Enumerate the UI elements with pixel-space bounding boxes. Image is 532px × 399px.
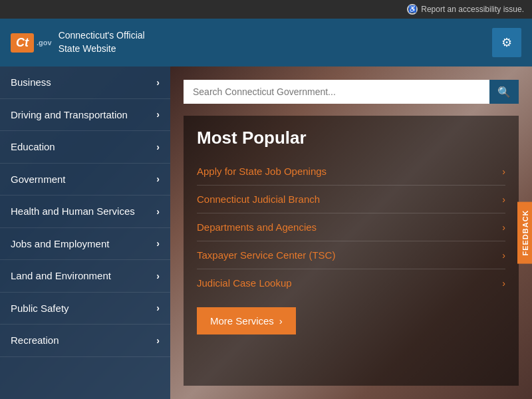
sidebar-item-public-safety[interactable]: Public Safety ›	[0, 293, 170, 325]
popular-item-state-jobs[interactable]: Apply for State Job Openings ›	[197, 158, 505, 186]
chevron-right-icon: ›	[502, 278, 505, 289]
chevron-right-icon: ›	[156, 303, 160, 313]
sidebar-item-jobs-employment[interactable]: Jobs and Employment ›	[0, 228, 170, 261]
header-title: Connecticut's Official State Website	[59, 29, 145, 55]
search-container: 🔍	[184, 80, 519, 104]
sidebar-item-label: Government	[11, 173, 156, 186]
chevron-right-icon: ›	[502, 194, 505, 205]
chevron-right-icon: ›	[502, 166, 505, 177]
popular-item-label: Connecticut Judicial Branch	[197, 194, 320, 205]
header: Ct.gov Connecticut's Official State Webs…	[0, 19, 532, 66]
chevron-right-icon: ›	[156, 271, 160, 281]
ct-dot-gov: .gov	[37, 39, 52, 47]
chevron-right-icon: ›	[156, 335, 160, 346]
sidebar-item-education[interactable]: Education ›	[0, 131, 170, 164]
sidebar-item-label: Land and Environment	[11, 269, 156, 283]
gear-icon: ⚙	[501, 35, 512, 50]
sidebar-item-label: Recreation	[11, 334, 156, 347]
sidebar-item-driving-transportation[interactable]: Driving and Transportation ›	[0, 99, 170, 132]
more-services-label: More Services	[210, 315, 274, 327]
header-logo: Ct.gov Connecticut's Official State Webs…	[11, 29, 145, 55]
most-popular-title: Most Popular	[197, 128, 505, 148]
top-bar: ♿ Report an accessibility issue.	[0, 0, 532, 19]
popular-item-label: Apply for State Job Openings	[197, 166, 327, 177]
sidebar-item-government[interactable]: Government ›	[0, 164, 170, 196]
more-services-button[interactable]: More Services ›	[197, 307, 296, 334]
search-input[interactable]	[184, 80, 489, 104]
chevron-right-icon: ›	[279, 315, 283, 327]
accessibility-label: Report an accessibility issue.	[421, 5, 524, 14]
chevron-right-icon: ›	[156, 77, 160, 88]
chevron-right-icon: ›	[156, 142, 160, 152]
ct-logo: Ct	[11, 33, 34, 53]
sidebar-item-health-human-services[interactable]: Health and Human Services ›	[0, 196, 170, 228]
popular-item-label: Departments and Agencies	[197, 221, 317, 233]
accessibility-icon: ♿	[407, 4, 418, 15]
sidebar-item-recreation[interactable]: Recreation ›	[0, 325, 170, 357]
sidebar-item-label: Jobs and Employment	[11, 237, 156, 251]
sidebar-item-label: Driving and Transportation	[11, 108, 156, 122]
accessibility-link[interactable]: ♿ Report an accessibility issue.	[407, 4, 524, 15]
chevron-right-icon: ›	[156, 206, 160, 217]
chevron-right-icon: ›	[156, 174, 160, 184]
search-button[interactable]: 🔍	[489, 80, 519, 104]
popular-item-judicial-branch[interactable]: Connecticut Judicial Branch ›	[197, 186, 505, 213]
sidebar-item-label: Public Safety	[11, 302, 156, 315]
chevron-right-icon: ›	[156, 238, 160, 249]
chevron-right-icon: ›	[502, 222, 505, 233]
popular-item-label: Taxpayer Service Center (TSC)	[197, 249, 335, 261]
main-content: Business › Driving and Transportation › …	[0, 66, 532, 399]
sidebar-item-land-environment[interactable]: Land and Environment ›	[0, 260, 170, 293]
sidebar-item-business[interactable]: Business ›	[0, 66, 170, 99]
sidebar-item-label: Business	[11, 76, 156, 89]
popular-item-judicial-case[interactable]: Judicial Case Lookup ›	[197, 269, 505, 297]
popular-items-list: Apply for State Job Openings › Connectic…	[197, 158, 505, 297]
popular-item-label: Judicial Case Lookup	[197, 277, 292, 289]
settings-button[interactable]: ⚙	[492, 28, 521, 57]
popular-item-departments-agencies[interactable]: Departments and Agencies ›	[197, 213, 505, 241]
sidebar-item-label: Health and Human Services	[11, 205, 156, 218]
chevron-right-icon: ›	[156, 109, 160, 120]
feedback-tab[interactable]: FEEDBACK	[517, 201, 532, 263]
sidebar-nav: Business › Driving and Transportation › …	[0, 66, 170, 399]
most-popular-section: Most Popular Apply for State Job Opening…	[184, 116, 519, 386]
popular-item-taxpayer-service[interactable]: Taxpayer Service Center (TSC) ›	[197, 241, 505, 269]
content-panel: 🔍 Most Popular Apply for State Job Openi…	[170, 66, 532, 399]
chevron-right-icon: ›	[502, 250, 505, 261]
sidebar-item-label: Education	[11, 140, 156, 154]
search-icon: 🔍	[497, 86, 511, 98]
